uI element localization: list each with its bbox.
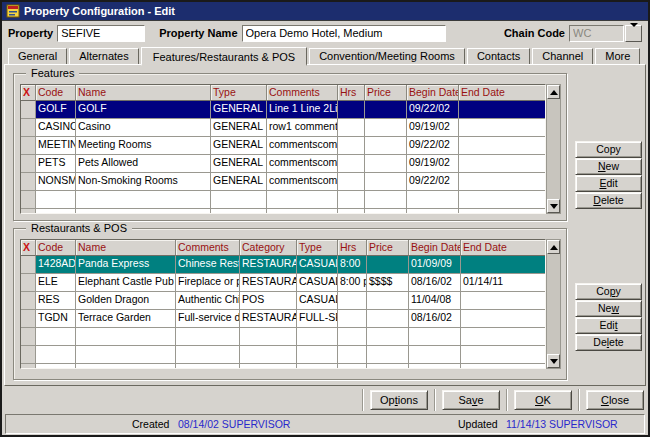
scroll-up-icon[interactable] (547, 85, 560, 99)
close-button[interactable]: Close (586, 390, 644, 410)
column-header: Price (367, 240, 409, 256)
table-row[interactable]: TGDNTerrace GardenFull-service dininREST… (21, 310, 545, 328)
cell (267, 191, 338, 209)
cell (365, 155, 407, 173)
cell: FULL-SER (297, 310, 338, 328)
cell: Meeting Rooms (76, 137, 211, 155)
cell (297, 346, 338, 364)
save-button[interactable]: Save (442, 390, 500, 410)
restaurants-copy-button[interactable]: Copy (575, 283, 642, 300)
features-delete-button[interactable]: Delete (575, 192, 642, 209)
table-row[interactable]: RESGolden DragonAuthentic ChinesPOSCASUA… (21, 292, 545, 310)
cell: PETS (36, 155, 76, 173)
divider (434, 389, 436, 411)
cell: commentscomme (267, 137, 338, 155)
cell (176, 364, 240, 369)
chain-code-lov-button[interactable] (625, 25, 642, 42)
cell (459, 119, 546, 137)
tab-alternates[interactable]: Alternates (69, 48, 139, 64)
table-row[interactable]: PETSPets AllowedGENERALcommentscomme09/1… (21, 155, 545, 173)
column-header: Hrs (338, 85, 365, 101)
restaurants-edit-button[interactable]: Edit (575, 317, 642, 334)
tab-features-restaurants-pos[interactable]: Features/Restaurants & POS (141, 47, 307, 66)
property-name-label: Property Name (159, 27, 237, 39)
ok-button[interactable]: OK (514, 390, 572, 410)
cell (297, 328, 338, 346)
chain-code-label: Chain Code (504, 27, 565, 39)
table-row[interactable]: GOLFGOLFGENERALLine 1 Line 2Line09/22/02 (21, 101, 545, 119)
cell (240, 364, 297, 369)
options-button[interactable]: Options (370, 390, 428, 410)
property-input[interactable] (57, 25, 145, 42)
cell: Non-Smoking Rooms (76, 173, 211, 191)
cell: 09/22/02 (407, 101, 459, 119)
table-row[interactable] (21, 346, 545, 364)
cell (176, 346, 240, 364)
cell (76, 209, 211, 214)
cell: Casino (76, 119, 211, 137)
created-label: Created (132, 418, 169, 430)
cell: GOLF (36, 101, 76, 119)
cell (76, 346, 176, 364)
cell: 01/09/09 (409, 256, 461, 274)
features-edit-button[interactable]: Edit (575, 175, 642, 192)
column-header: X (21, 85, 36, 101)
column-header: Hrs (338, 240, 367, 256)
column-header: Type (297, 240, 338, 256)
table-row[interactable] (21, 364, 545, 369)
column-header: Type (211, 85, 267, 101)
cell: Terrace Garden (76, 310, 176, 328)
restaurants-group-label: Restaurants & POS (26, 222, 132, 234)
cell: GENERAL (211, 101, 267, 119)
cell (21, 310, 36, 328)
tab-channel[interactable]: Channel (532, 48, 593, 64)
table-row[interactable]: ELEElephant Castle PubFireplace or patRE… (21, 274, 545, 292)
tab-convention-meeting-rooms[interactable]: Convention/Meeting Rooms (309, 48, 465, 64)
features-new-button[interactable]: New (575, 158, 642, 175)
scroll-down-icon[interactable] (547, 199, 560, 213)
cell (36, 364, 76, 369)
cell: 09/22/02 (407, 173, 459, 191)
table-row[interactable] (21, 328, 545, 346)
title-bar[interactable]: Property Configuration - Edit (2, 2, 648, 21)
cell: GOLF (76, 101, 211, 119)
table-row[interactable]: NONSMKNon-Smoking RoomsGENERALcommentsco… (21, 173, 545, 191)
cell: 08/16/02 (409, 310, 461, 328)
cell (76, 191, 211, 209)
table-row[interactable] (21, 191, 545, 209)
cell (459, 173, 546, 191)
cell (365, 191, 407, 209)
scroll-up-icon[interactable] (547, 240, 560, 254)
cell: RESTAURANT (240, 310, 297, 328)
tab-contacts[interactable]: Contacts (467, 48, 530, 64)
cell: 01/14/11 (461, 274, 546, 292)
cell (459, 137, 546, 155)
cell: Fireplace or pat (176, 274, 240, 292)
tab-general[interactable]: General (8, 48, 67, 64)
cell (338, 364, 367, 369)
cell (21, 346, 36, 364)
cell (36, 209, 76, 214)
tab-more[interactable]: More (595, 48, 640, 64)
table-row[interactable]: MEETINGMeeting RoomsGENERALcommentscomme… (21, 137, 545, 155)
cell (459, 209, 546, 214)
column-header: Name (76, 85, 211, 101)
features-scrollbar[interactable] (546, 84, 561, 214)
cell: commentscomme (267, 173, 338, 191)
table-row[interactable]: 1428ADPanda ExpressChinese RestauRESTAUR… (21, 256, 545, 274)
cell: Line 1 Line 2Line (267, 101, 338, 119)
scroll-down-icon[interactable] (547, 354, 560, 368)
property-name-input[interactable] (242, 25, 446, 42)
restaurants-new-button[interactable]: New (575, 300, 642, 317)
cell (338, 191, 365, 209)
cell (338, 310, 367, 328)
table-row[interactable]: CASINOCasinoGENERALrow1 comments o09/19/… (21, 119, 545, 137)
features-copy-button[interactable]: Copy (575, 141, 642, 158)
column-header: Category (240, 240, 297, 256)
created-value: 08/14/02 SUPERVISOR (178, 418, 290, 430)
cell (240, 328, 297, 346)
restaurants-delete-button[interactable]: Delete (575, 334, 642, 351)
cell (21, 155, 36, 173)
table-row[interactable] (21, 209, 545, 214)
restaurants-scrollbar[interactable] (546, 239, 561, 369)
